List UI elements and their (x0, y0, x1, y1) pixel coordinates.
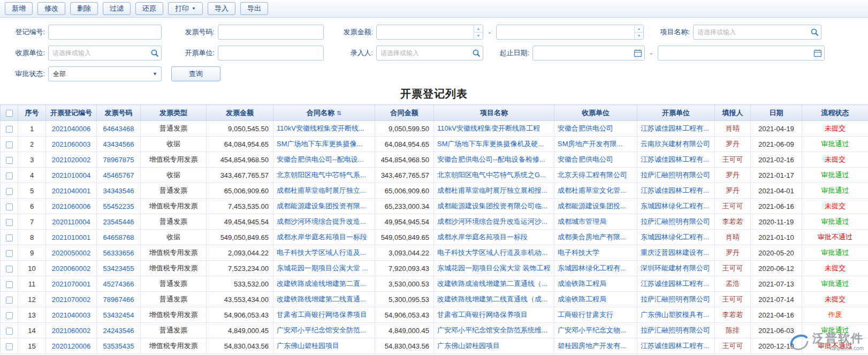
cell-project-name[interactable]: 改建铁路线增建第二线直通线（成... (434, 292, 554, 307)
cell-invoicing-unit[interactable]: 江苏诚佳园林工程有... (637, 121, 715, 137)
cell-receiving-unit[interactable]: 成都能源建设集团投... (554, 199, 637, 214)
col-header-contract-name[interactable]: 合同名称⇅ (273, 105, 375, 121)
export-button[interactable]: 导出 (240, 2, 268, 15)
cell-contract-name[interactable]: 成都杜甫草堂临时展厅独立... (273, 183, 375, 199)
cell-invoicing-unit[interactable]: 重庆泛普园林建设有... (637, 245, 715, 261)
row-checkbox[interactable] (6, 266, 13, 273)
row-checkbox[interactable] (6, 250, 13, 257)
spinner-up-icon[interactable]: ▲ (635, 25, 643, 32)
cell-contract-name[interactable]: 甘肃省工商银行网络保养项目 (273, 307, 375, 323)
cell-registration-no[interactable]: 2021010001 (46, 230, 97, 245)
cell-receiving-unit[interactable]: 广安邓小平纪念文物... (554, 323, 637, 338)
cell-registration-no[interactable]: 2021040006 (46, 121, 97, 137)
add-button[interactable]: 新增 (5, 2, 33, 15)
cell-registration-no[interactable]: 2021020002 (46, 152, 97, 168)
cell-project-name[interactable]: 安徽合肥供电公司--配电设备检修... (434, 152, 554, 168)
cell-invoicing-unit[interactable]: 云南欣兴建材有限公司 (637, 137, 715, 152)
cell-contract-name[interactable]: 北京朝阳区电气中芯特气系... (273, 168, 375, 183)
cell-invoicing-unit[interactable]: 广东佛山塑胶模具有... (637, 307, 715, 323)
cell-invoicing-unit[interactable]: 拉萨汇融照明有限公司 (637, 214, 715, 230)
cell-invoice-no[interactable]: 64658768 (97, 230, 141, 245)
entry-person-input[interactable] (376, 46, 483, 61)
row-checkbox[interactable] (6, 281, 13, 288)
cell-invoice-no[interactable]: 23545446 (97, 214, 141, 230)
cell-invoicing-unit[interactable]: 拉萨汇融照明有限公司 (637, 323, 715, 338)
spinner-down-icon[interactable]: ▼ (635, 32, 643, 40)
cell-invoicing-unit[interactable]: 拉萨汇融照明有限公司 (637, 292, 715, 307)
cell-project-name[interactable]: 电子科技大学区域人行道及非机动... (434, 245, 554, 261)
invoice-amount-min-input[interactable] (376, 25, 483, 40)
project-name-input[interactable] (693, 25, 821, 40)
cell-invoice-no[interactable]: 45465767 (97, 168, 141, 183)
cell-registration-no[interactable]: 2020120006 (46, 338, 97, 354)
cell-receiving-unit[interactable]: 成都城市管理局 (554, 214, 637, 230)
cell-receiving-unit[interactable]: 成都杜甫草堂文化管... (554, 183, 637, 199)
search-icon[interactable] (472, 49, 481, 57)
print-button[interactable]: 打印 ▼ (168, 2, 203, 15)
amount-max-spinner[interactable]: ▲ ▼ (634, 25, 643, 39)
cell-project-name[interactable]: 成都能源建设集团投资有限公司临... (434, 199, 554, 214)
cell-invoicing-unit[interactable]: 江苏诚佳园林工程有... (637, 183, 715, 199)
cell-invoicing-unit[interactable]: 深圳环能建材有限公司 (637, 261, 715, 276)
cell-project-name[interactable]: 成都杜甫草堂临时展厅独立展相报... (434, 183, 554, 199)
cell-invoicing-unit[interactable]: 江苏诚佳园林工程有... (637, 152, 715, 168)
cell-contract-name[interactable]: 110kV安徽线程集变开断线... (273, 121, 375, 137)
cell-contract-name[interactable]: 安徽合肥供电公司--配电设... (273, 152, 375, 168)
cell-registration-no[interactable]: 2021070001 (46, 276, 97, 292)
query-button[interactable]: 查询 (171, 66, 220, 81)
cell-invoice-no[interactable]: 34343546 (97, 183, 141, 199)
cell-invoice-no[interactable]: 78967875 (97, 152, 141, 168)
cell-invoice-no[interactable]: 78967466 (97, 292, 141, 307)
cell-registration-no[interactable]: 2021060002 (46, 323, 97, 338)
cell-invoicing-unit[interactable]: 东城园林绿化工程有... (637, 199, 715, 214)
cell-receiving-unit[interactable]: 成渝铁路工程局 (554, 292, 637, 307)
cell-contract-name[interactable]: 电子科技大学区域人行道及... (273, 245, 375, 261)
cell-project-name[interactable]: 成都水岸华庭名苑项目一标段 (434, 230, 554, 245)
restore-button[interactable]: 还原 (135, 2, 163, 15)
modify-button[interactable]: 修改 (37, 2, 65, 15)
amount-min-spinner[interactable]: ▲ ▼ (474, 25, 483, 39)
cell-project-name[interactable]: 东城花园一期项目公寓大堂 装饰工程 (434, 261, 554, 276)
import-button[interactable]: 导入 (208, 2, 235, 15)
cell-invoicing-unit[interactable]: 江苏诚佳园林工程有... (637, 338, 715, 354)
cell-registration-no[interactable]: 2020110004 (46, 214, 97, 230)
cell-receiving-unit[interactable]: 工商银行甘肃支行 (554, 307, 637, 323)
cell-invoice-no[interactable]: 43434566 (97, 137, 141, 152)
select-all-checkbox[interactable] (6, 110, 13, 117)
filter-button[interactable]: 过滤 (103, 2, 131, 15)
cell-registration-no[interactable]: 2020060002 (46, 261, 97, 276)
row-checkbox[interactable] (6, 343, 13, 350)
cell-receiving-unit[interactable]: 成都美合房地产有限... (554, 230, 637, 245)
start-date-input[interactable] (532, 46, 645, 61)
cell-registration-no[interactable]: 2021060006 (46, 199, 97, 214)
cell-registration-no[interactable]: 2020050002 (46, 245, 97, 261)
invoice-no-input[interactable] (218, 25, 324, 40)
cell-invoice-no[interactable]: 53432454 (97, 307, 141, 323)
cell-receiving-unit[interactable]: 碧桂园房地产开发有... (554, 338, 637, 354)
cell-invoicing-unit[interactable]: 江苏诚佳园林工程有... (637, 276, 715, 292)
cell-invoice-no[interactable]: 64643468 (97, 121, 141, 137)
row-checkbox[interactable] (6, 297, 13, 304)
cell-contract-name[interactable]: 成都水岸华庭名苑项目一标段 (273, 230, 375, 245)
registration-no-input[interactable] (48, 25, 162, 40)
invoice-amount-max-input[interactable] (496, 25, 644, 40)
cell-receiving-unit[interactable]: 安徽合肥供电公司 (554, 121, 637, 137)
sort-icon[interactable]: ⇅ (337, 110, 341, 116)
cell-invoice-no[interactable]: 45274366 (97, 276, 141, 292)
row-checkbox[interactable] (6, 126, 13, 133)
cell-contract-name[interactable]: 东城花园一期项目公寓大堂 ... (273, 261, 375, 276)
cell-invoicing-unit[interactable]: 东城园林绿化工程有... (637, 230, 715, 245)
cell-contract-name[interactable]: 改建铁路线增建第二线直通... (273, 292, 375, 307)
cell-project-name[interactable]: 改建铁路成渝线增建第二直通线（... (434, 276, 554, 292)
row-checkbox[interactable] (6, 312, 13, 319)
cell-invoicing-unit[interactable]: 拉萨汇融照明有限公司 (637, 168, 715, 183)
delete-button[interactable]: 删除 (70, 2, 98, 15)
search-icon[interactable] (150, 49, 159, 57)
row-checkbox[interactable] (6, 219, 13, 226)
cell-invoice-no[interactable]: 55452235 (97, 199, 141, 214)
cell-project-name[interactable]: SM广场地下车库更换摄像机及硬... (434, 137, 554, 152)
cell-registration-no[interactable]: 2021040003 (46, 307, 97, 323)
cell-registration-no[interactable]: 2021060003 (46, 137, 97, 152)
cell-receiving-unit[interactable]: 成渝铁路工程局 (554, 276, 637, 292)
row-checkbox[interactable] (6, 141, 13, 148)
